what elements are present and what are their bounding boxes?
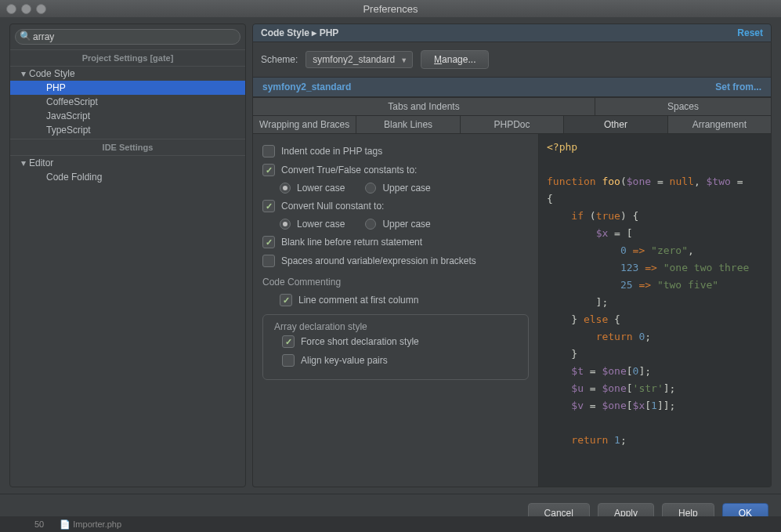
radio-tf-lower[interactable] <box>280 183 291 194</box>
tree-item-javascript[interactable]: JavaScript <box>10 109 245 123</box>
scheme-label: Scheme: <box>261 54 298 65</box>
tree-label: Editor <box>29 157 53 168</box>
tree-item-typescript[interactable]: TypeScript <box>10 123 245 137</box>
tree-item-code-folding[interactable]: Code Folding <box>10 170 245 184</box>
tab-phpdoc[interactable]: PHPDoc <box>461 116 564 133</box>
sidebar: 🔍 Project Settings [gate] ▾Code Style PH… <box>9 24 246 487</box>
group-array-declaration: Array declaration style Force short decl… <box>262 314 529 380</box>
editor-backdrop: 50 📄 Importer.php <box>0 516 781 532</box>
opt-label: Upper case <box>382 183 430 194</box>
main-panel: Code Style ▸ PHP Reset Scheme: symfony2_… <box>252 24 772 487</box>
opt-label: Lower case <box>297 219 345 230</box>
set-from-link[interactable]: Set from... <box>715 81 761 92</box>
opt-label: Force short declaration style <box>301 336 419 347</box>
tree-label: Code Style <box>29 68 75 79</box>
opt-label: Spaces around variable/expression in bra… <box>281 255 476 266</box>
tree-editor[interactable]: ▾Editor <box>10 156 245 170</box>
opt-label: Blank line before return statement <box>281 237 422 248</box>
checkbox-blank-before-return[interactable] <box>262 236 275 248</box>
tab-tabs-indents[interactable]: Tabs and Indents <box>253 98 595 115</box>
tab-blank-lines[interactable]: Blank Lines <box>356 116 460 133</box>
group-legend: Array declaration style <box>271 321 371 332</box>
breadcrumb: Code Style ▸ PHP Reset <box>252 24 772 42</box>
breadcrumb-b: PHP <box>320 27 339 38</box>
backdrop-num: 50 <box>34 519 44 529</box>
tab-wrapping[interactable]: Wrapping and Braces <box>253 116 356 133</box>
opt-label: Lower case <box>297 183 345 194</box>
options-pane: Indent code in PHP tags Convert True/Fal… <box>253 134 538 487</box>
breadcrumb-sep: ▸ <box>309 27 320 38</box>
tree-item-coffeescript[interactable]: CoffeeScript <box>10 95 245 109</box>
scheme-select[interactable]: symfony2_standard ▼ <box>306 51 413 68</box>
settings-tree: ▾Code Style PHP CoffeeScript JavaScript … <box>10 67 245 487</box>
checkbox-line-comment-first-col[interactable] <box>280 294 292 306</box>
chevron-down-icon: ▼ <box>400 56 407 64</box>
reset-link[interactable]: Reset <box>737 27 763 38</box>
opt-label: Convert True/False constants to: <box>281 165 417 176</box>
opt-label: Upper case <box>382 219 430 230</box>
titlebar: Preferences <box>0 0 781 18</box>
opt-label: Align key-value pairs <box>301 355 388 366</box>
scheme-title-bar: symfony2_standard Set from... <box>253 77 771 97</box>
checkbox-force-short-array[interactable] <box>282 335 295 348</box>
group-code-commenting: Code Commenting <box>262 270 529 291</box>
tree-code-style[interactable]: ▾Code Style <box>10 67 245 81</box>
code-preview: <?php function foo($one = null, $two = {… <box>538 134 771 487</box>
checkbox-convert-null[interactable] <box>262 200 275 212</box>
radio-tf-upper[interactable] <box>365 183 376 194</box>
window-title: Preferences <box>0 3 781 15</box>
manage-schemes-button[interactable]: Manage... <box>421 50 489 69</box>
opt-label: Indent code in PHP tags <box>281 146 382 157</box>
chevron-down-icon: ▾ <box>21 68 29 79</box>
tab-arrangement[interactable]: Arrangement <box>668 116 771 133</box>
search-input[interactable] <box>15 29 240 45</box>
checkbox-convert-tf[interactable] <box>262 164 275 176</box>
tree-item-php[interactable]: PHP <box>10 81 245 95</box>
section-ide-settings: IDE Settings <box>10 139 245 156</box>
scheme-name: symfony2_standard <box>262 81 351 92</box>
scheme-value: symfony2_standard <box>313 54 395 65</box>
breadcrumb-a: Code Style <box>261 27 309 38</box>
opt-label: Convert Null constant to: <box>281 201 384 212</box>
opt-label: Line comment at first column <box>298 295 418 306</box>
backdrop-file: 📄 Importer.php <box>60 519 121 530</box>
chevron-down-icon: ▾ <box>21 157 29 168</box>
tab-spaces[interactable]: Spaces <box>595 98 771 115</box>
section-project-settings: Project Settings [gate] <box>10 49 245 67</box>
checkbox-align-kv[interactable] <box>282 354 295 367</box>
checkbox-spaces-in-brackets[interactable] <box>262 255 275 267</box>
radio-null-lower[interactable] <box>280 219 291 230</box>
search-icon: 🔍 <box>20 31 31 42</box>
radio-null-upper[interactable] <box>365 219 376 230</box>
tab-other[interactable]: Other <box>564 116 667 133</box>
checkbox-indent-php-tags[interactable] <box>262 145 275 157</box>
